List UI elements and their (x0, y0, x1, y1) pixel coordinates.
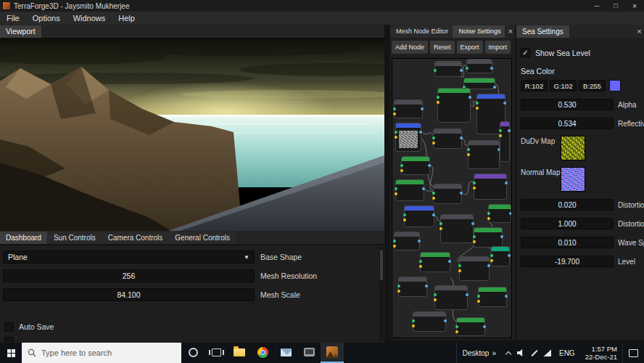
graph-node[interactable] (404, 205, 434, 227)
graph-node[interactable] (468, 140, 500, 169)
graph-node[interactable] (395, 179, 424, 201)
node-pin[interactable] (458, 269, 461, 272)
reset-button[interactable]: Reset (430, 41, 455, 54)
node-pin[interactable] (499, 129, 502, 132)
node-pin[interactable] (395, 187, 397, 190)
graph-node[interactable] (491, 246, 510, 266)
tab-noise-settings[interactable]: Noise Settings (453, 25, 505, 38)
graph-node[interactable] (440, 214, 474, 243)
import-button[interactable]: Import (485, 41, 511, 54)
mail-button[interactable] (274, 343, 297, 363)
node-pin[interactable] (473, 187, 476, 189)
graph-node[interactable] (459, 256, 490, 281)
node-pin[interactable] (508, 129, 511, 132)
node-pin[interactable] (400, 169, 403, 172)
node-pin[interactable] (428, 164, 431, 167)
node-pin[interactable] (460, 69, 463, 72)
taskbar-clock[interactable]: 1:57 PM 22-Dec-21 (580, 345, 622, 361)
node-pin[interactable] (395, 131, 397, 134)
base-shape-dropdown[interactable]: Plane ▼ (3, 250, 255, 264)
graph-node[interactable] (420, 252, 450, 272)
graph-node[interactable] (434, 61, 462, 77)
node-pin[interactable] (500, 235, 503, 238)
node-pin[interactable] (476, 107, 479, 110)
graph-node[interactable] (433, 184, 462, 204)
chrome-button[interactable] (251, 343, 274, 363)
node-pin[interactable] (412, 325, 415, 327)
node-pin[interactable] (466, 67, 468, 70)
node-pin[interactable] (490, 259, 493, 262)
taskbar-search[interactable] (22, 343, 181, 363)
node-pin[interactable] (422, 187, 425, 190)
hidden-icons-button[interactable] (502, 343, 515, 363)
task-view-button[interactable] (205, 343, 228, 363)
node-pin[interactable] (458, 264, 461, 267)
menu-help[interactable]: Help (112, 12, 141, 25)
app-button[interactable] (297, 343, 321, 363)
node-pin[interactable] (455, 325, 458, 328)
graph-node[interactable] (500, 121, 510, 162)
export-button[interactable]: Export (457, 41, 483, 54)
tab-camera-controls[interactable]: Camera Controls (102, 232, 169, 244)
network-button[interactable] (541, 343, 554, 363)
node-pin[interactable] (395, 136, 397, 139)
sea-color-r-field[interactable]: R:102 (521, 80, 548, 91)
graph-node[interactable] (401, 156, 430, 175)
node-pin[interactable] (505, 182, 508, 184)
dashboard-scrollbar[interactable] (379, 247, 384, 341)
minimize-button[interactable]: ─ (587, 0, 606, 12)
language-indicator[interactable]: ENG (554, 349, 580, 357)
node-pin[interactable] (400, 164, 403, 167)
node-pin[interactable] (432, 197, 435, 200)
node-pin[interactable] (477, 295, 480, 298)
viewport-3d-render[interactable] (0, 38, 384, 231)
node-pin[interactable] (473, 182, 476, 184)
add-node-button[interactable]: Add Node (392, 41, 428, 54)
node-pin[interactable] (439, 222, 442, 225)
node-pin[interactable] (490, 67, 493, 70)
node-pin[interactable] (419, 260, 422, 263)
node-pin[interactable] (468, 96, 471, 99)
tab-mesh-node-editor[interactable]: Mesh Node Editor (390, 25, 452, 38)
node-pin[interactable] (473, 235, 476, 238)
graph-node[interactable] (466, 59, 492, 73)
node-pin[interactable] (505, 295, 508, 298)
node-pin[interactable] (473, 240, 476, 243)
graph-node[interactable] (434, 285, 468, 310)
tab-sun-controls[interactable]: Sun Controls (48, 232, 102, 244)
node-pin[interactable] (508, 254, 511, 257)
node-pin[interactable] (467, 148, 470, 151)
action-center-button[interactable] (622, 343, 644, 363)
node-pin[interactable] (437, 96, 439, 99)
node-pin[interactable] (432, 192, 435, 195)
node-pin[interactable] (487, 212, 490, 215)
volume-button[interactable] (515, 343, 528, 363)
node-pin[interactable] (434, 69, 437, 72)
node-pin[interactable] (434, 298, 437, 301)
menu-options[interactable]: Options (26, 12, 67, 25)
node-pin[interactable] (483, 325, 486, 328)
node-pin[interactable] (393, 107, 396, 110)
node-pin[interactable] (432, 136, 435, 139)
maximize-button[interactable]: □ (606, 0, 625, 12)
graph-node[interactable] (437, 88, 471, 123)
node-pin[interactable] (403, 219, 406, 221)
node-pin[interactable] (421, 107, 424, 110)
node-pin[interactable] (397, 285, 400, 287)
normal-map-thumbnail[interactable] (561, 167, 585, 192)
auto-save-checkbox[interactable] (4, 322, 14, 332)
node-pin[interactable] (476, 102, 479, 105)
value-field[interactable]: 0.010 (521, 237, 614, 248)
menu-widnows[interactable]: Widnows (67, 12, 112, 25)
node-pin[interactable] (487, 217, 490, 220)
sea-settings-close-icon[interactable]: × (635, 25, 644, 38)
node-pin[interactable] (393, 240, 396, 242)
node-pin[interactable] (460, 136, 463, 139)
graph-node[interactable] (474, 174, 507, 200)
mesh-resolution-input[interactable]: 256 (3, 269, 255, 282)
node-pin[interactable] (393, 113, 396, 115)
graph-node[interactable] (413, 311, 446, 332)
node-pin[interactable] (432, 213, 435, 216)
node-pin[interactable] (455, 330, 458, 333)
node-pin[interactable] (448, 260, 451, 263)
